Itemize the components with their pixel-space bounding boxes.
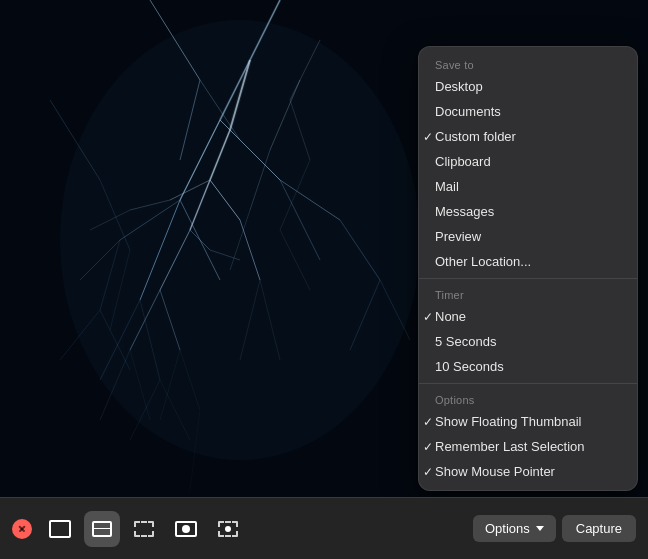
remember-last-check: ✓ xyxy=(423,440,433,454)
custom-folder-check: ✓ xyxy=(423,130,433,144)
menu-item-mail[interactable]: Mail xyxy=(419,174,637,199)
menu-item-other-location[interactable]: Other Location... xyxy=(419,249,637,274)
record-screen-button[interactable] xyxy=(168,511,204,547)
options-chevron-icon xyxy=(536,526,544,531)
menu-item-messages[interactable]: Messages xyxy=(419,199,637,224)
menu-item-5-seconds[interactable]: 5 Seconds xyxy=(419,329,637,354)
selection-record-icon xyxy=(218,521,238,537)
menu-item-documents[interactable]: Documents xyxy=(419,99,637,124)
menu-item-show-floating-thumbnail[interactable]: ✓ Show Floating Thumbnail xyxy=(419,409,637,434)
menu-item-show-mouse-pointer[interactable]: ✓ Show Mouse Pointer xyxy=(419,459,637,484)
divider-2 xyxy=(419,383,637,384)
capture-label: Capture xyxy=(576,521,622,536)
menu-item-remember-last-selection[interactable]: ✓ Remember Last Selection xyxy=(419,434,637,459)
mouse-pointer-check: ✓ xyxy=(423,465,433,479)
none-label: None xyxy=(435,309,466,324)
remember-last-selection-label: Remember Last Selection xyxy=(435,439,585,454)
floating-thumbnail-check: ✓ xyxy=(423,415,433,429)
window-icon xyxy=(92,521,112,537)
save-to-header: Save to xyxy=(419,53,637,74)
menu-item-custom-folder[interactable]: ✓ Custom folder xyxy=(419,124,637,149)
menu-item-desktop[interactable]: Desktop xyxy=(419,74,637,99)
screenshot-toolbar: Options Capture xyxy=(0,497,648,559)
capture-fullscreen-button[interactable] xyxy=(42,511,78,547)
custom-folder-label: Custom folder xyxy=(435,129,516,144)
10-seconds-label: 10 Seconds xyxy=(435,359,504,374)
menu-item-preview[interactable]: Preview xyxy=(419,224,637,249)
selection-icon xyxy=(134,521,154,537)
show-mouse-pointer-label: Show Mouse Pointer xyxy=(435,464,555,479)
capture-window-button[interactable] xyxy=(84,511,120,547)
close-button[interactable] xyxy=(12,519,32,539)
menu-item-10-seconds[interactable]: 10 Seconds xyxy=(419,354,637,379)
divider-1 xyxy=(419,278,637,279)
mail-label: Mail xyxy=(435,179,459,194)
other-location-label: Other Location... xyxy=(435,254,531,269)
messages-label: Messages xyxy=(435,204,494,219)
documents-label: Documents xyxy=(435,104,501,119)
capture-selection-button[interactable] xyxy=(126,511,162,547)
options-header: Options xyxy=(419,388,637,409)
menu-item-none[interactable]: ✓ None xyxy=(419,304,637,329)
show-floating-thumbnail-label: Show Floating Thumbnail xyxy=(435,414,581,429)
capture-button[interactable]: Capture xyxy=(562,515,636,542)
fullscreen-icon xyxy=(49,520,71,538)
preview-label: Preview xyxy=(435,229,481,244)
menu-item-clipboard[interactable]: Clipboard xyxy=(419,149,637,174)
timer-header: Timer xyxy=(419,283,637,304)
5-seconds-label: 5 Seconds xyxy=(435,334,496,349)
clipboard-label: Clipboard xyxy=(435,154,491,169)
dropdown-menu: Save to Desktop Documents ✓ Custom folde… xyxy=(418,46,638,491)
record-selection-button[interactable] xyxy=(210,511,246,547)
screen-record-icon xyxy=(175,521,197,537)
desktop-label: Desktop xyxy=(435,79,483,94)
none-check: ✓ xyxy=(423,310,433,324)
options-label: Options xyxy=(485,521,530,536)
options-button[interactable]: Options xyxy=(473,515,556,542)
